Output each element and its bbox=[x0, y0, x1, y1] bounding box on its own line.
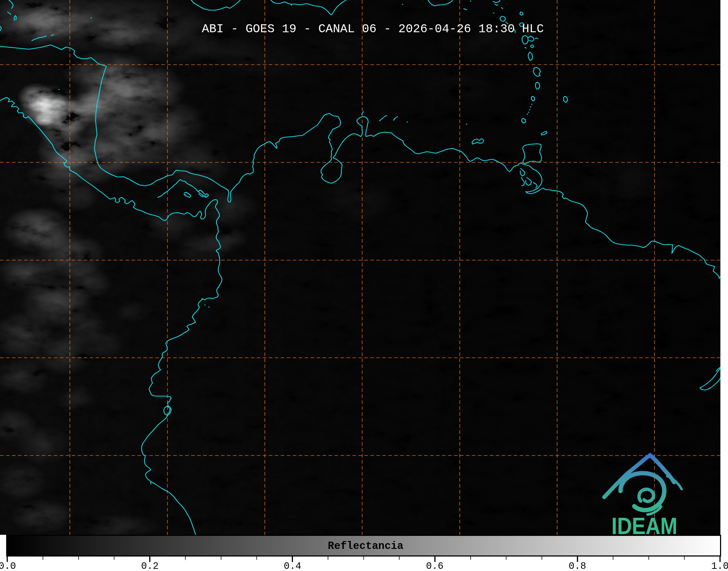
svg-text:IDEAM: IDEAM bbox=[611, 513, 677, 535]
